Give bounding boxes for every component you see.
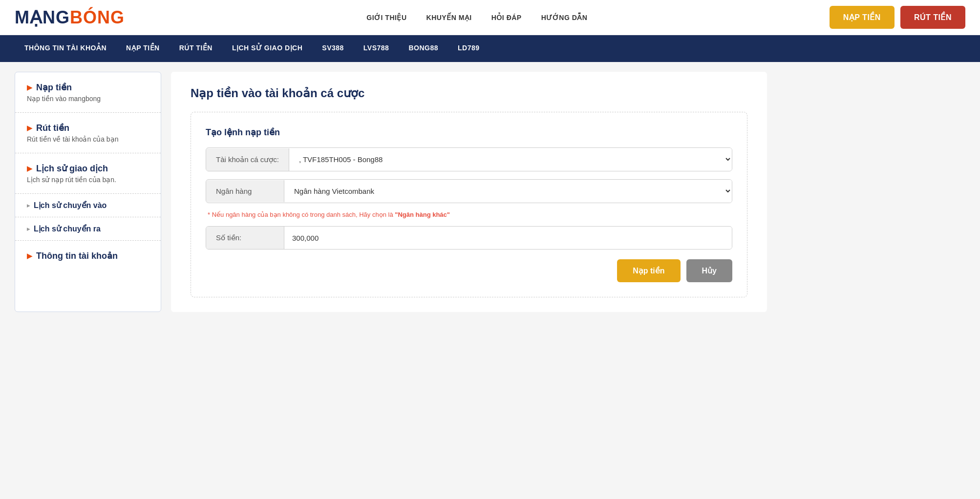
nav-thong-tin-tai-khoan[interactable]: THÔNG TIN TÀI KHOẢN	[15, 35, 116, 62]
nav-bar: THÔNG TIN TÀI KHOẢN NẠP TIỀN RÚT TIỀN LỊ…	[0, 35, 980, 62]
logo[interactable]: MẠNGBÓNG	[15, 7, 125, 28]
arrow-icon-2: ▶	[27, 124, 32, 132]
sidebar-thong-tin-tai-khoan[interactable]: ▶ Thông tin tài khoản	[15, 241, 161, 273]
sidebar-thong-tin-title: Thông tin tài khoản	[36, 250, 118, 261]
nav-rut-tien[interactable]: RÚT TIỀN	[170, 35, 222, 62]
so-tien-label: Số tiền:	[206, 227, 284, 249]
arrow-icon: ▶	[27, 83, 32, 91]
header-ruttien-button[interactable]: RÚT TIỀN	[900, 6, 965, 29]
ngan-hang-row: Ngân hàng Ngân hàng Vietcombank	[206, 179, 732, 203]
nav-huong-dan[interactable]: HƯỚNG DẪN	[541, 14, 588, 21]
so-tien-input[interactable]	[284, 227, 732, 249]
sidebar-chuyen-ra-title: Lịch sử chuyển ra	[34, 224, 101, 233]
cancel-button[interactable]: Hủy	[686, 259, 732, 282]
arrow-icon-3: ▶	[27, 165, 32, 172]
sidebar-rut-tien-title: Rút tiền	[36, 123, 69, 133]
nav-hoi-dap[interactable]: HỎI ĐÁP	[491, 14, 522, 21]
nav-bong88[interactable]: BONG88	[399, 35, 448, 62]
arrow-icon-4: ▶	[27, 252, 32, 260]
sidebar-rut-tien[interactable]: ▶ Rút tiền Rút tiền về tài khoản của bạn	[15, 113, 161, 153]
form-buttons: Nạp tiền Hủy	[206, 259, 732, 282]
arrow-small-icon-2: ▸	[27, 226, 30, 232]
tai-khoan-label: Tài khoản cá cược:	[206, 148, 289, 171]
sidebar-nap-tien-desc: Nạp tiền vào mangbong	[27, 95, 149, 103]
nav-nap-tien[interactable]: NẠP TIỀN	[116, 35, 170, 62]
form-area: Nạp tiền vào tài khoản cá cược Tạo lệnh …	[171, 72, 767, 312]
top-buttons: NẠP TIỀN RÚT TIỀN	[830, 6, 965, 29]
logo-mang: MẠNG	[15, 7, 70, 28]
nav-khuyen-mai[interactable]: KHUYẾN MẠI	[426, 14, 472, 21]
main-content: ▶ Nạp tiền Nạp tiền vào mangbong ▶ Rút t…	[0, 62, 782, 322]
top-nav: GIỚI THIỆU KHUYẾN MẠI HỎI ĐÁP HƯỚNG DẪN	[366, 14, 587, 21]
nav-lich-su-giao-dich[interactable]: LỊCH SỬ GIAO DỊCH	[222, 35, 312, 62]
nav-sv388[interactable]: SV388	[312, 35, 354, 62]
form-card: Tạo lệnh nạp tiền Tài khoản cá cược: , T…	[191, 112, 747, 297]
sidebar-chuyen-ra[interactable]: ▸ Lịch sử chuyển ra	[15, 217, 161, 241]
ngan-hang-label: Ngân hàng	[206, 180, 284, 202]
nav-ld789[interactable]: LD789	[448, 35, 490, 62]
sidebar-chuyen-vao-title: Lịch sử chuyển vào	[34, 201, 107, 210]
tai-khoan-row: Tài khoản cá cược: , TVF185TH005 - Bong8…	[206, 147, 732, 171]
top-header: MẠNGBÓNG GIỚI THIỆU KHUYẾN MẠI HỎI ĐÁP H…	[0, 0, 980, 35]
sidebar-chuyen-vao[interactable]: ▸ Lịch sử chuyển vào	[15, 194, 161, 217]
nav-lvs788[interactable]: LVS788	[354, 35, 399, 62]
arrow-small-icon: ▸	[27, 202, 30, 209]
nav-gioi-thieu[interactable]: GIỚI THIỆU	[366, 14, 406, 21]
sidebar-lich-su-desc: Lịch sử nạp rút tiền của bạn.	[27, 176, 149, 184]
sidebar: ▶ Nạp tiền Nạp tiền vào mangbong ▶ Rút t…	[15, 72, 161, 312]
form-section-title: Tạo lệnh nạp tiền	[206, 127, 732, 138]
so-tien-row: Số tiền:	[206, 226, 732, 250]
sidebar-nap-tien[interactable]: ▶ Nạp tiền Nạp tiền vào mangbong	[15, 72, 161, 113]
ngan-hang-select[interactable]: Ngân hàng Vietcombank	[284, 180, 732, 203]
warning-link[interactable]: "Ngân hàng khác"	[395, 211, 450, 218]
sidebar-rut-tien-desc: Rút tiền về tài khoản của bạn	[27, 135, 149, 143]
form-page-title: Nạp tiền vào tài khoản cá cược	[191, 86, 747, 100]
logo-bong: BÓNG	[70, 7, 125, 28]
warning-text: * Nếu ngân hàng của bạn không có trong d…	[206, 211, 732, 218]
tai-khoan-select[interactable]: , TVF185TH005 - Bong88	[289, 148, 732, 171]
sidebar-nap-tien-title: Nạp tiền	[36, 82, 72, 93]
sidebar-lich-su-title: Lịch sử giao dịch	[36, 163, 108, 174]
sidebar-lich-su[interactable]: ▶ Lịch sử giao dịch Lịch sử nạp rút tiền…	[15, 153, 161, 194]
header-naptien-button[interactable]: NẠP TIỀN	[830, 6, 895, 29]
submit-button[interactable]: Nạp tiền	[617, 259, 680, 282]
